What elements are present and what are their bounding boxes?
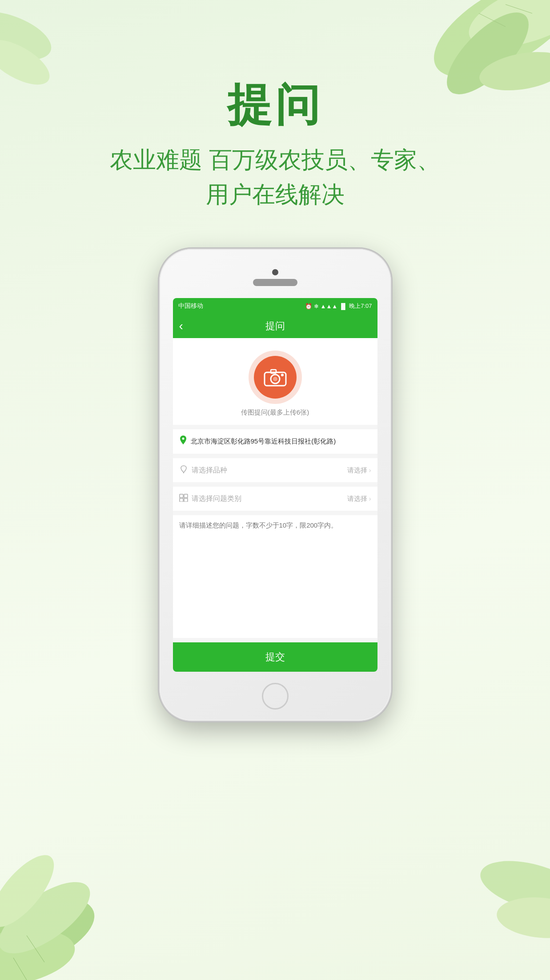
leaf-decoration-top-left — [0, 0, 80, 89]
nav-title: 提问 — [265, 319, 285, 333]
status-time: ⏰ ❄ ▲▲▲ ▐▌ 晚上7:07 — [305, 302, 372, 310]
time-label: 晚上7:07 — [349, 302, 372, 310]
screen-content: 传图提问(最多上传6张) 北京市海淀区彰化路95号靠近科技日报社(彰化路) — [173, 338, 377, 672]
svg-rect-24 — [184, 494, 188, 498]
issue-icon — [179, 494, 188, 504]
carrier-label: 中国移动 — [178, 302, 203, 310]
select-variety-left: 请选择品种 — [179, 465, 227, 475]
variety-chevron: › — [369, 467, 371, 474]
svg-point-18 — [273, 377, 277, 381]
phone-screen: 中国移动 ⏰ ❄ ▲▲▲ ▐▌ 晚上7:07 ‹ 提问 — [173, 298, 377, 672]
camera-button-outer — [249, 351, 302, 404]
svg-point-20 — [281, 374, 284, 376]
phone-shell: 中国移动 ⏰ ❄ ▲▲▲ ▐▌ 晚上7:07 ‹ 提问 — [160, 249, 391, 721]
phone-speaker — [253, 279, 297, 286]
status-icons: ⏰ ❄ ▲▲▲ ▐▌ — [305, 303, 347, 310]
issue-label: 请选择问题类别 — [192, 494, 241, 504]
text-area-section — [173, 515, 377, 638]
select-issue-left: 请选择问题类别 — [179, 494, 241, 504]
category-icon — [179, 494, 188, 502]
variety-icon — [179, 465, 188, 475]
camera-icon — [264, 368, 287, 387]
svg-point-21 — [182, 438, 184, 440]
select-variety-right: 请选择 › — [347, 466, 371, 475]
location-row: 北京市海淀区彰化路95号靠近科技日报社(彰化路) — [173, 429, 377, 454]
svg-point-15 — [495, 894, 550, 941]
phone-camera — [272, 269, 278, 275]
back-button[interactable]: ‹ — [179, 320, 183, 332]
title-area: 提问 农业难题 百万级农技员、专家、 用户在线解决 — [0, 80, 550, 212]
phone-mockup: 中国移动 ⏰ ❄ ▲▲▲ ▐▌ 晚上7:07 ‹ 提问 — [160, 249, 391, 721]
camera-button[interactable] — [254, 356, 297, 399]
location-text: 北京市海淀区彰化路95号靠近科技日报社(彰化路) — [191, 437, 336, 446]
question-textarea[interactable] — [179, 521, 371, 575]
subtitle: 农业难题 百万级农技员、专家、 用户在线解决 — [0, 142, 550, 212]
leaf-decoration-bottom-right — [461, 820, 550, 953]
status-bar: 中国移动 ⏰ ❄ ▲▲▲ ▐▌ 晚上7:07 — [173, 298, 377, 314]
camera-label: 传图提问(最多上传6张) — [241, 408, 309, 417]
pin-icon — [179, 436, 187, 445]
plant-icon — [179, 465, 188, 473]
variety-label: 请选择品种 — [192, 466, 227, 475]
svg-rect-19 — [271, 370, 276, 373]
subtitle-line2: 用户在线解决 — [206, 181, 345, 207]
issue-placeholder: 请选择 — [347, 495, 367, 503]
camera-section: 传图提问(最多上传6张) — [173, 338, 377, 425]
variety-placeholder: 请选择 — [347, 466, 367, 475]
home-button[interactable] — [262, 683, 289, 710]
subtitle-line1: 农业难题 百万级农技员、专家、 — [110, 147, 440, 173]
phone-top — [160, 249, 391, 298]
submit-button[interactable]: 提交 — [173, 642, 377, 672]
svg-rect-23 — [180, 494, 183, 498]
select-variety-row[interactable]: 请选择品种 请选择 › — [173, 458, 377, 482]
nav-bar: ‹ 提问 — [173, 314, 377, 338]
select-issue-right: 请选择 › — [347, 495, 371, 503]
leaf-decoration-bottom-left — [0, 802, 142, 980]
select-issue-row[interactable]: 请选择问题类别 请选择 › — [173, 487, 377, 511]
issue-chevron: › — [369, 495, 371, 502]
main-title: 提问 — [0, 80, 550, 129]
phone-bottom — [262, 672, 289, 721]
svg-rect-25 — [180, 498, 183, 502]
location-icon — [179, 436, 187, 448]
svg-rect-26 — [184, 498, 188, 502]
